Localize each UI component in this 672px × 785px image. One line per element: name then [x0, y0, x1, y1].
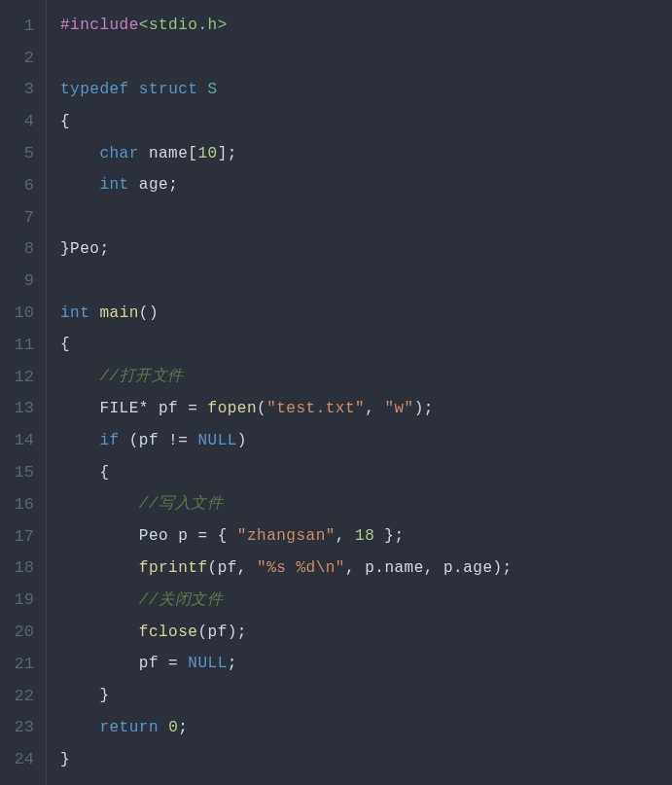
line-number: 16: [8, 488, 34, 520]
token-punct: ;: [178, 720, 188, 735]
token-keyword: typedef: [60, 82, 129, 97]
token-ident: [60, 401, 99, 416]
token-ident: [60, 433, 99, 448]
code-line[interactable]: if (pf != NULL): [60, 424, 513, 456]
line-number: 20: [8, 616, 34, 648]
token-punct: {: [60, 114, 70, 129]
code-line[interactable]: //关闭文件: [60, 584, 513, 616]
code-line[interactable]: return 0;: [60, 712, 513, 744]
line-number: 8: [8, 233, 34, 266]
token-ident: name[: [139, 146, 198, 161]
token-type: char: [99, 146, 138, 161]
token-ident: [60, 465, 99, 481]
token-ident: [60, 720, 99, 735]
code-line[interactable]: typedef struct S: [60, 74, 513, 106]
line-number: 15: [8, 456, 34, 488]
token-type: int: [60, 305, 89, 321]
code-line[interactable]: [60, 42, 513, 74]
code-line[interactable]: char name[10];: [60, 137, 513, 169]
line-number: 5: [8, 137, 34, 169]
code-line[interactable]: Peo p = { "zhangsan", 18 };: [60, 520, 513, 553]
token-punct: }: [99, 688, 109, 703]
token-comment: //写入文件: [139, 496, 223, 512]
line-number: 19: [8, 584, 34, 616]
line-number: 4: [8, 105, 34, 137]
token-punct: {: [60, 337, 70, 352]
line-number: 3: [8, 74, 34, 106]
line-number: 13: [8, 393, 34, 425]
token-ident: [60, 177, 99, 193]
token-keyword: struct: [139, 82, 198, 97]
code-line[interactable]: }: [60, 680, 513, 712]
token-ident: pf =: [139, 656, 189, 671]
token-ident: [60, 496, 139, 512]
line-number: 10: [8, 297, 34, 329]
token-punct: (: [257, 401, 266, 416]
line-number: 18: [8, 553, 34, 585]
code-line[interactable]: {: [60, 456, 513, 488]
code-line[interactable]: fprintf(pf, "%s %d\n", p.name, p.age);: [60, 553, 513, 585]
line-number: 7: [8, 201, 34, 233]
token-ident: [129, 82, 139, 97]
token-punct: (): [139, 305, 159, 321]
line-number: 6: [8, 169, 34, 201]
code-editor: 123456789101112131415161718192021222324 …: [0, 0, 672, 785]
code-line[interactable]: int age;: [60, 169, 513, 201]
code-line[interactable]: {: [60, 105, 513, 137]
token-str: "w": [384, 401, 413, 416]
token-punct: (pf,: [208, 560, 258, 576]
line-number: 9: [8, 265, 34, 297]
line-number: 22: [8, 680, 34, 712]
token-punct: }: [60, 241, 70, 257]
token-ident: [60, 592, 139, 608]
token-num: 10: [197, 146, 217, 161]
token-func: fopen: [208, 401, 258, 416]
token-str: "test.txt": [266, 401, 365, 416]
token-ident: [60, 146, 99, 161]
token-preproc: #include: [60, 18, 139, 33]
token-punct: ,: [336, 528, 355, 544]
code-line[interactable]: //写入文件: [60, 488, 513, 520]
token-null: NULL: [188, 656, 227, 671]
token-keyword: return: [99, 720, 159, 735]
token-str: "%s %d\n": [257, 560, 345, 576]
token-ident: [60, 560, 139, 576]
code-line[interactable]: [60, 265, 513, 297]
line-number: 12: [8, 361, 34, 393]
code-area[interactable]: #include<stdio.h>typedef struct S{ char …: [47, 0, 513, 785]
code-line[interactable]: }: [60, 743, 513, 775]
code-line[interactable]: [60, 201, 513, 233]
code-line[interactable]: int main(): [60, 297, 513, 329]
code-line[interactable]: //打开文件: [60, 361, 513, 393]
token-punct: (pf);: [197, 624, 247, 640]
token-punct: {: [99, 465, 109, 481]
code-line[interactable]: #include<stdio.h>: [60, 10, 513, 42]
line-number: 2: [8, 42, 34, 74]
token-ident: [60, 656, 139, 671]
line-number: 24: [8, 743, 34, 775]
token-punct: );: [414, 401, 434, 416]
token-angle: <stdio.h>: [139, 18, 228, 33]
token-ident: age;: [129, 177, 179, 193]
line-number: 11: [8, 329, 34, 361]
token-str: "zhangsan": [237, 528, 336, 544]
code-line[interactable]: {: [60, 329, 513, 361]
token-ident: [89, 305, 99, 321]
code-line[interactable]: FILE* pf = fopen("test.txt", "w");: [60, 393, 513, 425]
token-null: NULL: [197, 433, 236, 448]
line-number: 17: [8, 520, 34, 553]
token-num: 0: [168, 720, 178, 735]
token-ident: [159, 720, 168, 735]
token-ident: [60, 369, 99, 384]
token-punct: };: [374, 528, 404, 544]
code-line[interactable]: pf = NULL;: [60, 648, 513, 680]
token-func: main: [99, 305, 138, 321]
token-num: 18: [355, 528, 374, 544]
code-line[interactable]: }Peo;: [60, 233, 513, 266]
token-comment: //关闭文件: [139, 592, 223, 608]
line-number: 1: [8, 10, 34, 42]
token-ident: [60, 688, 99, 703]
code-line[interactable]: fclose(pf);: [60, 616, 513, 648]
token-func: fprintf: [139, 560, 208, 576]
token-struct: S: [208, 82, 218, 97]
